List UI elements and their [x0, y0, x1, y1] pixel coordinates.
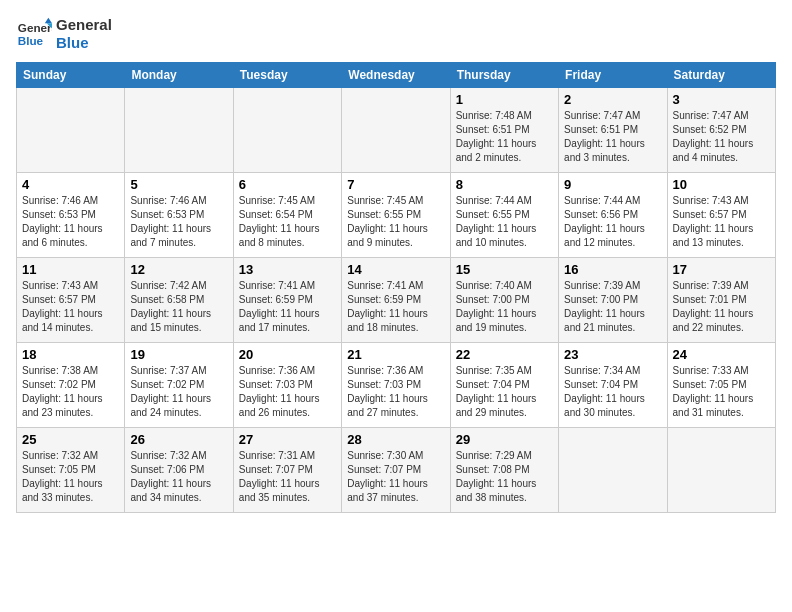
day-number: 13	[239, 262, 336, 277]
day-number: 28	[347, 432, 444, 447]
day-info: Sunrise: 7:38 AM Sunset: 7:02 PM Dayligh…	[22, 364, 119, 420]
calendar-cell: 17Sunrise: 7:39 AM Sunset: 7:01 PM Dayli…	[667, 258, 775, 343]
day-number: 2	[564, 92, 661, 107]
calendar-cell: 4Sunrise: 7:46 AM Sunset: 6:53 PM Daylig…	[17, 173, 125, 258]
day-info: Sunrise: 7:45 AM Sunset: 6:55 PM Dayligh…	[347, 194, 444, 250]
weekday-header-friday: Friday	[559, 63, 667, 88]
day-info: Sunrise: 7:33 AM Sunset: 7:05 PM Dayligh…	[673, 364, 770, 420]
day-info: Sunrise: 7:31 AM Sunset: 7:07 PM Dayligh…	[239, 449, 336, 505]
day-info: Sunrise: 7:46 AM Sunset: 6:53 PM Dayligh…	[22, 194, 119, 250]
day-number: 29	[456, 432, 553, 447]
weekday-header-row: SundayMondayTuesdayWednesdayThursdayFrid…	[17, 63, 776, 88]
day-number: 20	[239, 347, 336, 362]
day-info: Sunrise: 7:32 AM Sunset: 7:05 PM Dayligh…	[22, 449, 119, 505]
day-number: 9	[564, 177, 661, 192]
calendar-cell: 13Sunrise: 7:41 AM Sunset: 6:59 PM Dayli…	[233, 258, 341, 343]
calendar-cell: 1Sunrise: 7:48 AM Sunset: 6:51 PM Daylig…	[450, 88, 558, 173]
day-number: 27	[239, 432, 336, 447]
calendar-week-row: 25Sunrise: 7:32 AM Sunset: 7:05 PM Dayli…	[17, 428, 776, 513]
day-info: Sunrise: 7:43 AM Sunset: 6:57 PM Dayligh…	[673, 194, 770, 250]
day-info: Sunrise: 7:45 AM Sunset: 6:54 PM Dayligh…	[239, 194, 336, 250]
calendar-week-row: 4Sunrise: 7:46 AM Sunset: 6:53 PM Daylig…	[17, 173, 776, 258]
calendar-cell: 22Sunrise: 7:35 AM Sunset: 7:04 PM Dayli…	[450, 343, 558, 428]
calendar-cell	[342, 88, 450, 173]
day-info: Sunrise: 7:39 AM Sunset: 7:01 PM Dayligh…	[673, 279, 770, 335]
day-info: Sunrise: 7:44 AM Sunset: 6:56 PM Dayligh…	[564, 194, 661, 250]
day-info: Sunrise: 7:39 AM Sunset: 7:00 PM Dayligh…	[564, 279, 661, 335]
day-number: 17	[673, 262, 770, 277]
day-number: 21	[347, 347, 444, 362]
calendar-cell: 6Sunrise: 7:45 AM Sunset: 6:54 PM Daylig…	[233, 173, 341, 258]
calendar-cell: 15Sunrise: 7:40 AM Sunset: 7:00 PM Dayli…	[450, 258, 558, 343]
calendar-cell: 10Sunrise: 7:43 AM Sunset: 6:57 PM Dayli…	[667, 173, 775, 258]
day-info: Sunrise: 7:44 AM Sunset: 6:55 PM Dayligh…	[456, 194, 553, 250]
calendar-cell: 5Sunrise: 7:46 AM Sunset: 6:53 PM Daylig…	[125, 173, 233, 258]
calendar-cell: 25Sunrise: 7:32 AM Sunset: 7:05 PM Dayli…	[17, 428, 125, 513]
day-number: 23	[564, 347, 661, 362]
calendar-cell: 19Sunrise: 7:37 AM Sunset: 7:02 PM Dayli…	[125, 343, 233, 428]
day-info: Sunrise: 7:40 AM Sunset: 7:00 PM Dayligh…	[456, 279, 553, 335]
weekday-header-wednesday: Wednesday	[342, 63, 450, 88]
calendar-cell	[559, 428, 667, 513]
day-info: Sunrise: 7:30 AM Sunset: 7:07 PM Dayligh…	[347, 449, 444, 505]
calendar-cell: 20Sunrise: 7:36 AM Sunset: 7:03 PM Dayli…	[233, 343, 341, 428]
calendar-cell: 11Sunrise: 7:43 AM Sunset: 6:57 PM Dayli…	[17, 258, 125, 343]
day-info: Sunrise: 7:47 AM Sunset: 6:52 PM Dayligh…	[673, 109, 770, 165]
calendar-cell: 8Sunrise: 7:44 AM Sunset: 6:55 PM Daylig…	[450, 173, 558, 258]
calendar-cell: 26Sunrise: 7:32 AM Sunset: 7:06 PM Dayli…	[125, 428, 233, 513]
day-number: 7	[347, 177, 444, 192]
day-number: 16	[564, 262, 661, 277]
calendar-week-row: 11Sunrise: 7:43 AM Sunset: 6:57 PM Dayli…	[17, 258, 776, 343]
day-number: 15	[456, 262, 553, 277]
day-number: 25	[22, 432, 119, 447]
weekday-header-saturday: Saturday	[667, 63, 775, 88]
day-info: Sunrise: 7:46 AM Sunset: 6:53 PM Dayligh…	[130, 194, 227, 250]
day-info: Sunrise: 7:47 AM Sunset: 6:51 PM Dayligh…	[564, 109, 661, 165]
day-number: 3	[673, 92, 770, 107]
calendar-cell: 9Sunrise: 7:44 AM Sunset: 6:56 PM Daylig…	[559, 173, 667, 258]
calendar-cell	[17, 88, 125, 173]
day-info: Sunrise: 7:35 AM Sunset: 7:04 PM Dayligh…	[456, 364, 553, 420]
calendar-cell: 7Sunrise: 7:45 AM Sunset: 6:55 PM Daylig…	[342, 173, 450, 258]
calendar-cell	[125, 88, 233, 173]
day-number: 4	[22, 177, 119, 192]
day-number: 10	[673, 177, 770, 192]
day-number: 24	[673, 347, 770, 362]
calendar-cell: 23Sunrise: 7:34 AM Sunset: 7:04 PM Dayli…	[559, 343, 667, 428]
day-info: Sunrise: 7:41 AM Sunset: 6:59 PM Dayligh…	[239, 279, 336, 335]
calendar-table: SundayMondayTuesdayWednesdayThursdayFrid…	[16, 62, 776, 513]
day-info: Sunrise: 7:32 AM Sunset: 7:06 PM Dayligh…	[130, 449, 227, 505]
day-info: Sunrise: 7:43 AM Sunset: 6:57 PM Dayligh…	[22, 279, 119, 335]
logo-blue: Blue	[56, 34, 112, 52]
calendar-cell	[233, 88, 341, 173]
calendar-cell: 14Sunrise: 7:41 AM Sunset: 6:59 PM Dayli…	[342, 258, 450, 343]
calendar-cell: 29Sunrise: 7:29 AM Sunset: 7:08 PM Dayli…	[450, 428, 558, 513]
day-number: 8	[456, 177, 553, 192]
day-number: 22	[456, 347, 553, 362]
calendar-cell: 21Sunrise: 7:36 AM Sunset: 7:03 PM Dayli…	[342, 343, 450, 428]
logo: General Blue General Blue	[16, 16, 112, 52]
calendar-cell: 27Sunrise: 7:31 AM Sunset: 7:07 PM Dayli…	[233, 428, 341, 513]
calendar-cell: 3Sunrise: 7:47 AM Sunset: 6:52 PM Daylig…	[667, 88, 775, 173]
calendar-cell: 28Sunrise: 7:30 AM Sunset: 7:07 PM Dayli…	[342, 428, 450, 513]
weekday-header-tuesday: Tuesday	[233, 63, 341, 88]
logo-general: General	[56, 16, 112, 34]
weekday-header-thursday: Thursday	[450, 63, 558, 88]
day-info: Sunrise: 7:36 AM Sunset: 7:03 PM Dayligh…	[347, 364, 444, 420]
day-info: Sunrise: 7:36 AM Sunset: 7:03 PM Dayligh…	[239, 364, 336, 420]
calendar-cell: 2Sunrise: 7:47 AM Sunset: 6:51 PM Daylig…	[559, 88, 667, 173]
svg-text:Blue: Blue	[18, 34, 44, 47]
page-header: General Blue General Blue	[16, 16, 776, 52]
day-info: Sunrise: 7:42 AM Sunset: 6:58 PM Dayligh…	[130, 279, 227, 335]
weekday-header-sunday: Sunday	[17, 63, 125, 88]
day-info: Sunrise: 7:37 AM Sunset: 7:02 PM Dayligh…	[130, 364, 227, 420]
day-number: 1	[456, 92, 553, 107]
calendar-week-row: 1Sunrise: 7:48 AM Sunset: 6:51 PM Daylig…	[17, 88, 776, 173]
day-info: Sunrise: 7:34 AM Sunset: 7:04 PM Dayligh…	[564, 364, 661, 420]
day-info: Sunrise: 7:48 AM Sunset: 6:51 PM Dayligh…	[456, 109, 553, 165]
day-info: Sunrise: 7:41 AM Sunset: 6:59 PM Dayligh…	[347, 279, 444, 335]
calendar-cell: 24Sunrise: 7:33 AM Sunset: 7:05 PM Dayli…	[667, 343, 775, 428]
day-number: 5	[130, 177, 227, 192]
day-info: Sunrise: 7:29 AM Sunset: 7:08 PM Dayligh…	[456, 449, 553, 505]
calendar-cell: 18Sunrise: 7:38 AM Sunset: 7:02 PM Dayli…	[17, 343, 125, 428]
